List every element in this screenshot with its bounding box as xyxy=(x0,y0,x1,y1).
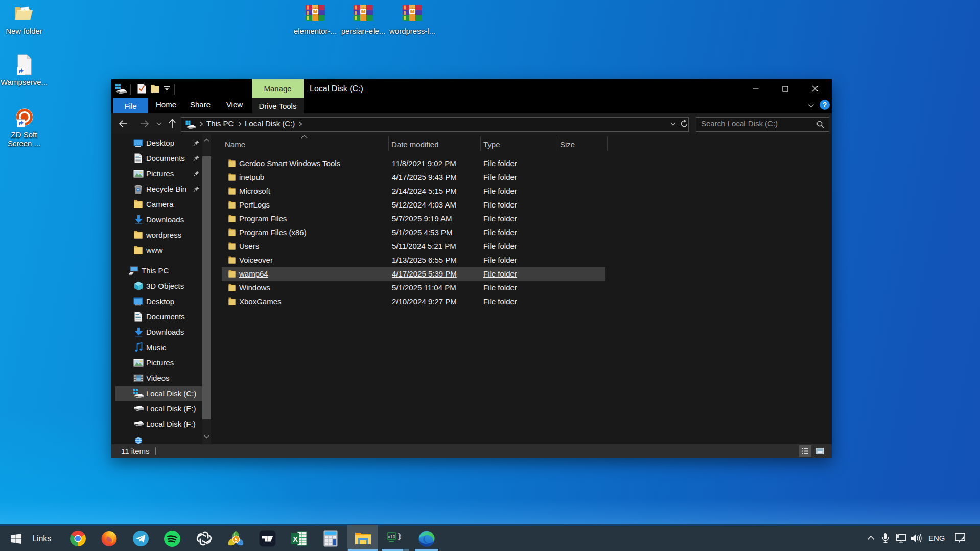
svg-text:X: X xyxy=(293,535,298,543)
svg-text:5: 5 xyxy=(235,537,238,543)
svg-text:x10: x10 xyxy=(388,534,395,539)
